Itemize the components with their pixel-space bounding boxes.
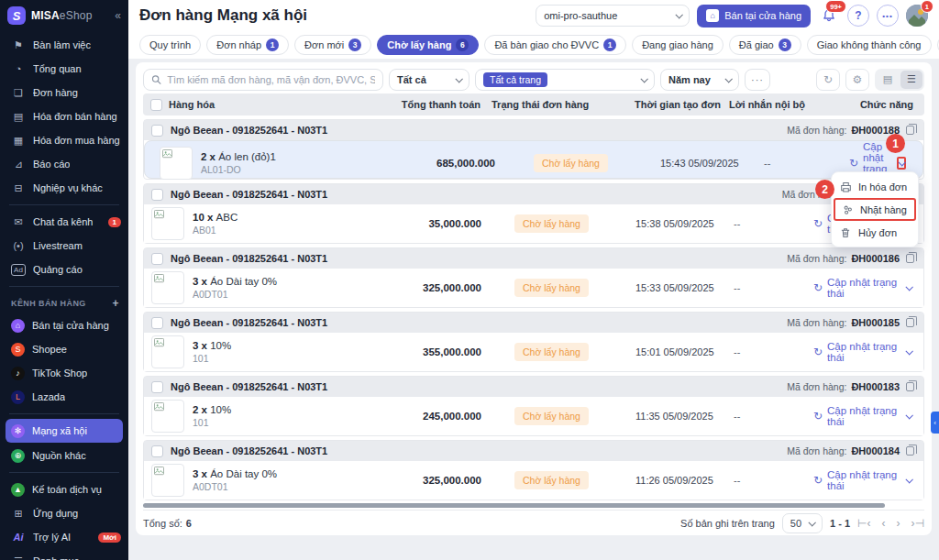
sidebar-item-report[interactable]: ⊿Báo cáo [0,152,128,176]
more-filters-button[interactable]: ··· [745,69,770,91]
first-page-button[interactable]: ⊢‹ [857,517,870,530]
page-filter-select[interactable]: Tất cả trang [475,69,655,91]
last-page-button[interactable]: ›⊣ [911,517,924,530]
update-status-link[interactable]: Cập nhật trạng thái [827,405,900,427]
time-range-select[interactable]: Năm nay [660,69,739,91]
tab-chờ-lấy-hàng[interactable]: Chờ lấy hàng6 [377,35,479,55]
prev-page-button[interactable]: ‹ [882,517,886,530]
sidebar-item-orders[interactable]: ❏Đơn hàng [0,81,128,104]
sidebar-item-tiktok-shop[interactable]: ♪TikTok Shop [0,361,128,385]
sidebar-item-ads[interactable]: AdQuảng cáo [0,258,128,281]
sidebar-item-shopee[interactable]: SShopee [0,337,128,361]
order-row[interactable]: 3 x Áo Dài tay 0%A0DT01325,000.000Chờ lấ… [144,269,923,307]
sidebar-item-accounting-service[interactable]: ▲Kế toán dịch vụ [0,478,128,501]
copy-icon[interactable] [906,446,914,456]
order-row[interactable]: 3 x 10%101355,000.000Chờ lấy hàng15:01 0… [144,333,923,371]
status-badge: Chờ lấy hàng [514,407,589,425]
search-box[interactable] [143,69,383,91]
sidebar-item-other-ops[interactable]: ⊟Nghiệp vụ khác [0,176,128,200]
tab-quy-trình[interactable]: Quy trình [139,35,201,55]
sidebar-item-lazada[interactable]: LLazada [0,385,128,409]
menu-item-pick-goods[interactable]: Nhặt hàng [834,198,916,221]
tab-giao-không-thành-công[interactable]: Giao không thành công [807,35,932,55]
copy-icon[interactable] [906,254,914,263]
order-row[interactable]: 2 x Áo len (đỏ)1AL01-DO685,000.000Chờ lấ… [144,140,923,179]
tab-đơn-nháp[interactable]: Đơn nháp1 [206,35,289,55]
sidebar-item-ai-assistant[interactable]: AiTrợ lý AIMới [0,525,128,549]
livestream-icon: (•) [11,240,26,251]
filter-bar: Tất cả Tất cả trang Năm nay ··· ↻ ⚙ ▤ ☰ [143,62,924,92]
sidebar-item-purchase-invoice[interactable]: ▦Hóa đơn mua hàng [0,128,128,152]
select-all-checkbox[interactable] [150,99,162,111]
sidebar-item-social-network[interactable]: ✻Mạng xã hội [6,419,123,443]
sidebar-collapse-icon[interactable]: « [115,9,121,22]
search-input[interactable] [167,74,375,85]
next-page-button[interactable]: › [897,517,900,530]
customer-name: Ngô Beean - 0918252641 - N03T1 [171,253,327,264]
copy-icon[interactable] [906,382,914,391]
other-ops-icon: ⊟ [11,182,26,194]
card-view-button[interactable]: ▤ [877,71,899,89]
update-status-link[interactable]: Cập nhật trạng thái [827,469,900,491]
product-name: Áo len (đỏ)1 [218,151,276,162]
update-status-dropdown[interactable] [897,157,906,170]
sync-icon: ↻ [813,410,823,423]
sidebar-item-omnichat[interactable]: ✉Chat đa kênh1 [0,210,128,234]
order-checkbox[interactable] [151,253,163,265]
update-status-dropdown[interactable] [904,346,914,358]
refresh-button[interactable]: ↻ [816,69,840,91]
help-button[interactable]: ? [847,5,869,27]
more-options-button[interactable]: ••• [877,5,899,27]
product-cell: 3 x 10%101 [144,335,364,368]
chevron-down-icon [640,75,647,82]
order-checkbox[interactable] [151,381,163,393]
tab-đã-giao[interactable]: Đã giao3 [729,35,801,55]
order-checkbox[interactable] [151,189,163,201]
sidebar-item-label: Livestream [33,240,83,251]
menu-item-cancel-order[interactable]: Hủy đơn [832,221,918,244]
copy-icon[interactable] [906,318,914,327]
product-image [160,147,193,180]
order-row[interactable]: 10 x ABCAB0135,000.000Chờ lấy hàng15:38 … [144,204,923,243]
order-checkbox[interactable] [151,317,163,329]
add-channel-button[interactable]: + [113,297,119,310]
sidebar-item-catalog[interactable]: ☰Danh mục [0,549,128,560]
avatar[interactable]: 1 [906,5,928,27]
update-status-dropdown[interactable] [904,410,914,423]
tab-đang-giao-hàng[interactable]: Đang giao hàng [632,35,724,55]
order-total: 35,000.000 [364,218,481,229]
order-row[interactable]: 3 x Áo Dài tay 0%A0DT01325,000.000Chờ lấ… [144,461,923,500]
order-checkbox[interactable] [151,445,163,457]
sidebar-item-apps[interactable]: ⊞Ứng dụng [0,501,128,525]
filter-all-select[interactable]: Tất cả [389,69,470,91]
update-status-dropdown[interactable] [904,474,914,487]
sidebar-item-other-source[interactable]: ⊕Nguồn khác [0,444,128,467]
sidebar-item-store-channel[interactable]: ⌂Bán tại cửa hàng [0,313,128,337]
notifications-button[interactable]: 99+ [818,5,840,27]
per-page-select[interactable]: 50 [782,513,823,533]
sidebar-item-overview[interactable]: ◔Tổng quan [0,57,128,81]
update-status-link[interactable]: Cập nhật trạng thái [827,277,900,299]
menu-item-print-invoice[interactable]: In hóa đơn [832,175,918,198]
store-select[interactable]: omi-pro-sauthue [536,5,690,27]
list-view-button[interactable]: ☰ [900,71,922,89]
sell-at-store-button[interactable]: ⌂ Bán tại cửa hàng [697,5,811,27]
tab-đơn-mới[interactable]: Đơn mới3 [294,35,371,55]
order-row[interactable]: 2 x 10%101245,000.000Chờ lấy hàng11:35 0… [144,397,923,435]
sidebar-item-badge: 1 [108,217,121,227]
sidebar-item-livestream[interactable]: (•)Livestream [0,234,128,258]
update-status-dropdown[interactable] [904,281,914,294]
update-status-link[interactable]: Cập nhật trạng thái [827,341,900,363]
trash-icon [840,227,852,238]
side-panel-toggle[interactable]: ‹ [931,412,939,434]
tab-đã-bàn-giao-cho-đvvc[interactable]: Đã bàn giao cho ĐVVC1 [484,35,626,55]
order-checkbox[interactable] [151,125,163,137]
settings-button[interactable]: ⚙ [845,69,869,91]
horizontal-scrollbar[interactable] [143,503,885,508]
sidebar-item-workspace[interactable]: ⚑Bàn làm việc [0,33,128,57]
product-cell: 10 x ABCAB01 [144,207,364,240]
chevron-down-icon [455,75,462,82]
function-cell: ↻Cập nhật trạng thái [813,405,923,427]
copy-icon[interactable] [906,126,914,135]
sidebar-item-sales-invoice[interactable]: ▤Hóa đơn bán hàng [0,104,128,128]
